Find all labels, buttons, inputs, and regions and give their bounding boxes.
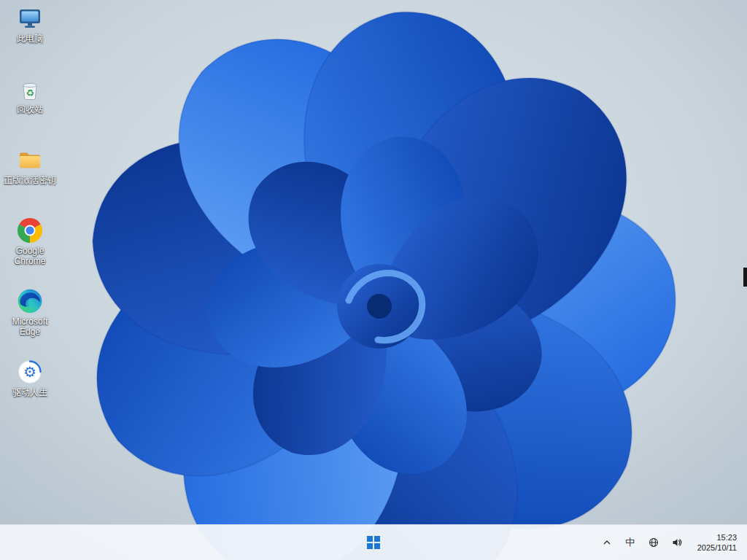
icon-label-this-pc: 此电脑 <box>17 34 43 44</box>
network-button[interactable] <box>642 528 665 557</box>
desktop-icon-recycle-bin[interactable]: ♻ 回收站 <box>1 77 58 114</box>
svg-text:⚙: ⚙ <box>23 363 36 381</box>
desktop-icon-chrome[interactable]: Google Chrome <box>1 218 58 266</box>
icon-label-activation-folder: 正版激活密钥 <box>4 175 56 185</box>
globe-network-icon <box>648 537 659 548</box>
clock-date: 2025/10/11 <box>697 542 737 553</box>
folder-icon <box>18 147 42 172</box>
this-pc-icon <box>18 6 42 31</box>
tray-overflow-button[interactable] <box>595 528 619 557</box>
icon-label-edge: Microsoft Edge <box>2 316 58 337</box>
icon-label-driver-app: 驱动人生 <box>12 387 47 397</box>
recycle-bin-icon: ♻ <box>18 77 42 101</box>
clock[interactable]: 15:23 2025/10/11 <box>693 530 743 555</box>
icon-label-recycle-bin: 回收站 <box>17 104 43 114</box>
icon-label-chrome: Google Chrome <box>2 246 58 266</box>
edge-icon <box>18 289 42 314</box>
clock-time: 15:23 <box>697 532 737 542</box>
system-tray: 中 15:23 2025/10/11 <box>595 525 743 560</box>
start-button[interactable] <box>359 528 388 557</box>
wallpaper-bloom <box>0 0 747 560</box>
chrome-icon <box>18 218 42 243</box>
desktop-icon-edge[interactable]: Microsoft Edge <box>1 289 58 337</box>
desktop-icon-activation-folder[interactable]: 正版激活密钥 <box>1 147 58 185</box>
svg-text:♻: ♻ <box>26 88 34 98</box>
ime-indicator[interactable]: 中 <box>619 528 642 557</box>
screen: 此电脑 ♻ 回收站 <box>0 0 747 560</box>
taskbar: 中 15:23 2025/10/11 <box>0 524 747 560</box>
speaker-icon <box>671 537 683 548</box>
driver-app-icon: ⚙ <box>18 359 42 384</box>
windows-start-icon <box>367 536 380 549</box>
desktop-icon-this-pc[interactable]: 此电脑 <box>1 6 58 44</box>
volume-button[interactable] <box>665 528 689 557</box>
ime-label: 中 <box>625 536 635 549</box>
desktop[interactable]: 此电脑 ♻ 回收站 <box>0 0 747 560</box>
chevron-up-icon <box>603 538 611 547</box>
screen-edge-artifact <box>743 268 747 287</box>
desktop-icon-driver-app[interactable]: ⚙ 驱动人生 <box>1 359 58 397</box>
